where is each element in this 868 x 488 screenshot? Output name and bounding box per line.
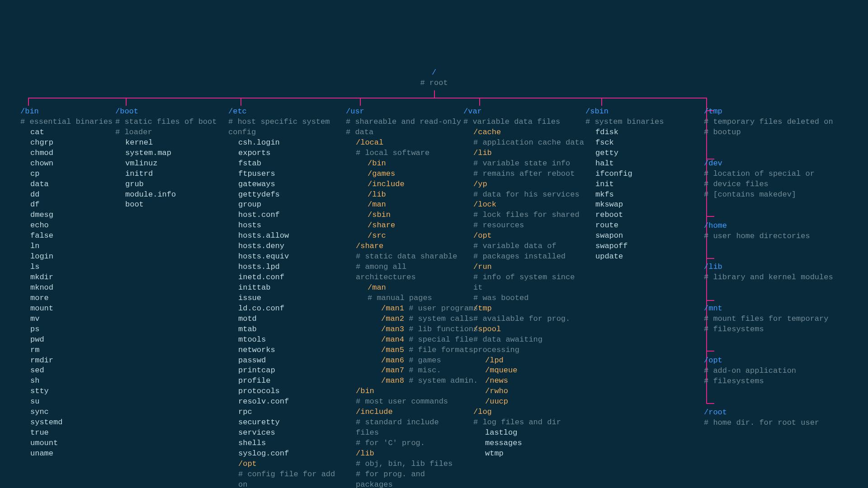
- side-root-c1: # home dir. for root user: [704, 418, 819, 427]
- list-item: csh.login: [228, 138, 346, 148]
- list-item: rm: [20, 345, 115, 356]
- var-lib-c1: # variable state info: [463, 159, 585, 169]
- connector: [479, 98, 480, 106]
- list-item: issue: [228, 293, 346, 304]
- list-item: su: [20, 397, 115, 407]
- connector: [360, 98, 361, 106]
- list-item: group: [228, 200, 346, 210]
- side-home-title: /home: [704, 221, 727, 230]
- usr-include-c2: # for 'C' prog.: [346, 438, 463, 449]
- list-item: ifconfig: [585, 169, 689, 179]
- col-side: /tmp # temporary files deleted on # boot…: [689, 107, 840, 488]
- list-item: mv: [20, 314, 115, 324]
- var-lock: /lock: [463, 200, 585, 210]
- col-var: /var # variable data files /cache # appl…: [463, 107, 585, 488]
- usr-local-title: /local: [346, 138, 463, 148]
- list-item: echo: [20, 221, 115, 231]
- bin-title: /bin: [20, 107, 39, 116]
- man-section-comment: # games: [404, 356, 441, 365]
- var-opt: /opt: [463, 231, 585, 241]
- usr-share-c2: # among all architectures: [346, 262, 463, 283]
- list-item: system.map: [115, 148, 228, 159]
- connector: [601, 98, 602, 106]
- usr-bin2-c: # most user commands: [346, 397, 463, 407]
- list-item: /share: [346, 221, 463, 231]
- usr-c1: # shareable and read-only: [346, 117, 461, 126]
- list-item: rmdir: [20, 356, 115, 366]
- list-item: chmod: [20, 148, 115, 159]
- list-item: /lpd: [463, 356, 585, 366]
- man-section-comment: # misc.: [404, 366, 441, 375]
- side-lib: /lib # library and kernel modules: [704, 262, 840, 283]
- list-item: cp: [20, 169, 115, 179]
- side-opt-c2: # filesystems: [704, 377, 764, 385]
- man-row: /man8 # system admin.: [346, 376, 463, 386]
- list-item: host.conf: [228, 210, 346, 221]
- list-item: hosts.allow: [228, 231, 346, 241]
- list-item: stty: [20, 386, 115, 397]
- list-item: systemd: [20, 418, 115, 428]
- usr-local-c: # local software: [346, 148, 463, 159]
- man-row: /man4 # special file: [346, 335, 463, 345]
- list-item: /news: [463, 376, 585, 386]
- side-tmp-c1: # temporary files deleted on: [704, 117, 833, 126]
- list-item: dmesg: [20, 210, 115, 221]
- side-dev-c1: # location of special or: [704, 169, 815, 178]
- list-item: mkdir: [20, 272, 115, 283]
- list-item: inetd.conf: [228, 272, 346, 283]
- list-item: hosts.equiv: [228, 252, 346, 262]
- side-mnt-c2: # filesystems: [704, 325, 764, 333]
- col-boot: /boot # static files of boot # loader ke…: [115, 107, 228, 488]
- man-section: /man2: [381, 314, 404, 323]
- var-yp-c: # data for his services: [463, 190, 585, 200]
- man-row: /man7 # misc.: [346, 366, 463, 376]
- usr-include: /include: [346, 407, 463, 418]
- list-item: cat: [20, 127, 115, 138]
- man-section: /man3: [381, 325, 404, 333]
- list-item: resolv.conf: [228, 397, 346, 407]
- usr-bin2: /bin: [346, 386, 463, 397]
- usr-lib: /lib: [346, 449, 463, 459]
- side-dev-c2: # device files: [704, 180, 769, 188]
- var-lib: /lib: [463, 148, 585, 159]
- root-node: / # root: [0, 68, 868, 89]
- man-section: /man8: [381, 376, 404, 385]
- list-item: route: [585, 221, 689, 231]
- list-item: chgrp: [20, 138, 115, 148]
- list-item: /mqueue: [463, 366, 585, 376]
- list-item: swapon: [585, 231, 689, 241]
- connector: [241, 98, 241, 106]
- var-opt-c2: # packages installed: [463, 252, 585, 262]
- list-item: df: [20, 200, 115, 210]
- usr-share-title: /share: [346, 241, 463, 252]
- list-item: /man: [346, 200, 463, 210]
- list-item: ln: [20, 241, 115, 252]
- man-section: /man4: [381, 335, 404, 344]
- side-opt: /opt # add-on application # filesystems: [704, 356, 840, 387]
- list-item: sync: [20, 407, 115, 418]
- list-item: mount: [20, 304, 115, 314]
- var-title: /var: [463, 107, 482, 116]
- side-mnt: /mnt # mount files for temporary # files…: [704, 304, 840, 335]
- col-etc: /etc # host specific system config csh.l…: [228, 107, 346, 488]
- list-item: /include: [346, 179, 463, 190]
- list-item: /lib: [346, 190, 463, 200]
- list-item: /src: [346, 231, 463, 241]
- man-row: /man2 # system calls: [346, 314, 463, 324]
- list-item: gettydefs: [228, 190, 346, 200]
- root-path: /: [432, 68, 436, 77]
- list-item: ls: [20, 262, 115, 272]
- list-item: init: [585, 179, 689, 190]
- list-item: hosts.lpd: [228, 262, 346, 272]
- var-spool-c: # data awaiting processing: [463, 335, 585, 356]
- list-item: services: [228, 428, 346, 438]
- list-item: false: [20, 231, 115, 241]
- list-item: boot: [115, 200, 228, 210]
- var-opt-c1: # variable data of: [463, 241, 585, 252]
- man-row: /man5 # file formats: [346, 345, 463, 356]
- list-item: mtab: [228, 324, 346, 335]
- list-item: ps: [20, 324, 115, 335]
- list-item: hosts: [228, 221, 346, 231]
- list-item: dd: [20, 190, 115, 200]
- man-row: /man3 # lib functions: [346, 324, 463, 335]
